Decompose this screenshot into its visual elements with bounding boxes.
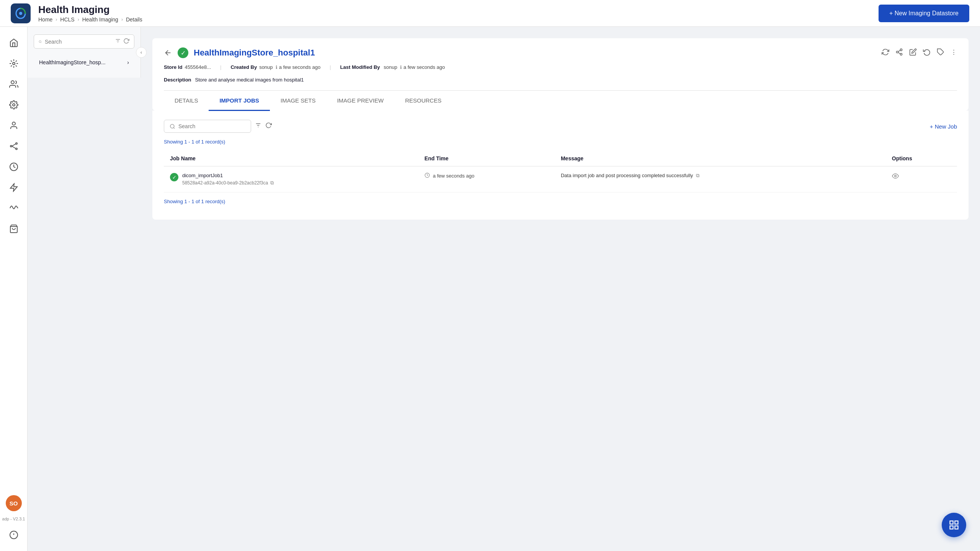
panel-sidebar: HealthImagingStore_hosp... › ‹ [28, 27, 141, 78]
col-end-time: End Time [418, 151, 555, 166]
sidebar-icon-wave[interactable] [5, 200, 22, 217]
svg-line-8 [12, 144, 16, 146]
jobs-refresh-icon[interactable] [265, 122, 272, 130]
tab-image-sets[interactable]: IMAGE SETS [270, 91, 327, 111]
tag-icon[interactable] [937, 48, 944, 58]
svg-line-25 [898, 52, 900, 54]
topbar-title-area: Health Imaging Home › HCLS › Health Imag… [38, 4, 879, 23]
new-imaging-datastore-button[interactable]: + New Imaging Datastore [879, 5, 969, 22]
record-count-top: Showing 1 - 1 of 1 record(s) [164, 139, 957, 145]
panel-search-input[interactable] [45, 39, 112, 45]
job-name: dicom_importJob1 [182, 173, 274, 178]
new-job-button[interactable]: + New Job [930, 123, 957, 130]
table-row: ✓ dicom_importJob1 58528a42-a92a-40c0-be… [164, 166, 957, 192]
jobs-filter-icon[interactable] [255, 122, 261, 130]
description-row: Description Store and analyse medical im… [164, 77, 957, 83]
sidebar-icon-users[interactable] [5, 76, 22, 93]
svg-point-28 [170, 124, 174, 128]
jobs-search-input[interactable] [178, 123, 245, 129]
breadcrumb-health-imaging[interactable]: Health Imaging [82, 16, 118, 23]
more-icon[interactable]: ⋮ [951, 48, 957, 58]
svg-point-0 [19, 12, 22, 15]
jobs-search-box[interactable] [164, 120, 251, 133]
svg-line-9 [12, 146, 16, 148]
svg-marker-11 [10, 184, 17, 191]
breadcrumb-home[interactable]: Home [38, 16, 52, 23]
panel-search-box[interactable] [34, 34, 134, 49]
sidebar-icon-clock[interactable] [5, 158, 22, 175]
fab-button[interactable] [942, 513, 966, 537]
store-id-label: Store Id455564e8... [164, 64, 211, 70]
svg-point-2 [11, 81, 14, 84]
meta-row: Store Id455564e8... | Created Bysonup ℹ … [164, 64, 957, 70]
svg-point-6 [16, 143, 17, 144]
svg-point-3 [13, 104, 15, 106]
breadcrumb-details: Details [126, 16, 142, 23]
jobs-section: + New Job Showing 1 - 1 of 1 record(s) J… [152, 111, 969, 220]
svg-line-17 [41, 42, 41, 42]
filter-icon[interactable] [115, 38, 121, 45]
user-avatar[interactable]: SO [6, 495, 22, 511]
svg-rect-37 [950, 526, 953, 529]
svg-line-26 [898, 50, 900, 51]
sidebar: SO adp - V2.3.1 [0, 27, 28, 551]
tab-details[interactable]: DETAILS [164, 91, 209, 111]
sidebar-icon-bag[interactable] [5, 220, 22, 237]
sidebar-icon-settings[interactable] [5, 96, 22, 113]
svg-rect-36 [955, 521, 958, 524]
refresh-icon[interactable] [123, 38, 129, 45]
app-title: Health Imaging [38, 4, 879, 16]
sidebar-icon-lightning[interactable] [5, 179, 22, 196]
sidebar-icon-home[interactable] [5, 34, 22, 51]
sidebar-icon-info[interactable] [5, 527, 22, 543]
svg-point-5 [10, 145, 12, 147]
job-id: 58528a42-a92a-40c0-bea9-2b2acb22f3ca ⧉ [182, 180, 274, 186]
version-info: adp - V2.3.1 [2, 515, 25, 523]
tabs-bar: DETAILS IMPORT JOBS IMAGE SETS IMAGE PRE… [164, 90, 957, 111]
history-icon[interactable] [923, 48, 931, 58]
svg-rect-38 [955, 526, 958, 529]
breadcrumb-hcls[interactable]: HCLS [60, 16, 74, 23]
svg-point-24 [900, 53, 902, 55]
sync-icon[interactable] [882, 48, 889, 58]
sidebar-icon-profile[interactable] [5, 117, 22, 134]
panel-collapse-button[interactable]: ‹ [136, 47, 147, 58]
svg-point-1 [13, 62, 15, 65]
tab-import-jobs[interactable]: IMPORT JOBS [209, 91, 270, 111]
store-title: HealthImagingStore_hospital1 [194, 48, 315, 58]
app-logo [11, 3, 31, 23]
table-header-row: Job Name End Time Message Options [164, 151, 957, 166]
jobs-toolbar: + New Job [164, 120, 957, 133]
sidebar-icon-analytics[interactable] [5, 55, 22, 72]
col-message: Message [555, 151, 886, 166]
detail-header-icons: ⋮ [882, 48, 957, 58]
edit-icon[interactable] [909, 48, 917, 58]
panel-store-label: HealthImagingStore_hosp... [39, 59, 106, 65]
store-status-icon: ✓ [178, 47, 188, 58]
jobs-toolbar-left [164, 120, 272, 133]
breadcrumb-sep3: › [121, 17, 123, 22]
main-content: ✓ HealthImagingStore_hospital1 [141, 27, 980, 551]
back-button[interactable] [164, 49, 172, 57]
view-job-icon[interactable] [892, 173, 899, 181]
breadcrumb: Home › HCLS › Health Imaging › Details [38, 16, 879, 23]
message-cell: Data import job and post processing comp… [555, 166, 886, 192]
svg-point-16 [39, 41, 41, 42]
detail-title-left: ✓ HealthImagingStore_hospital1 [164, 47, 315, 58]
jobs-table: Job Name End Time Message Options ✓ dico… [164, 151, 957, 192]
panel-search-icons [115, 38, 129, 45]
detail-header-card: ✓ HealthImagingStore_hospital1 [152, 38, 969, 111]
col-options: Options [886, 151, 957, 166]
panel-store-item[interactable]: HealthImagingStore_hosp... › [34, 55, 134, 70]
col-job-name: Job Name [164, 151, 418, 166]
copy-message-icon[interactable]: ⧉ [696, 173, 699, 179]
share-icon[interactable] [895, 48, 903, 58]
svg-point-22 [900, 49, 902, 51]
copy-id-icon[interactable]: ⧉ [270, 180, 274, 186]
tab-image-preview[interactable]: IMAGE PREVIEW [326, 91, 394, 111]
jobs-search-icon [170, 124, 175, 129]
tab-resources[interactable]: RESOURCES [394, 91, 452, 111]
svg-line-29 [173, 127, 175, 129]
sidebar-icon-flow[interactable] [5, 138, 22, 155]
record-count-bottom: Showing 1 - 1 of 1 record(s) [164, 199, 957, 204]
